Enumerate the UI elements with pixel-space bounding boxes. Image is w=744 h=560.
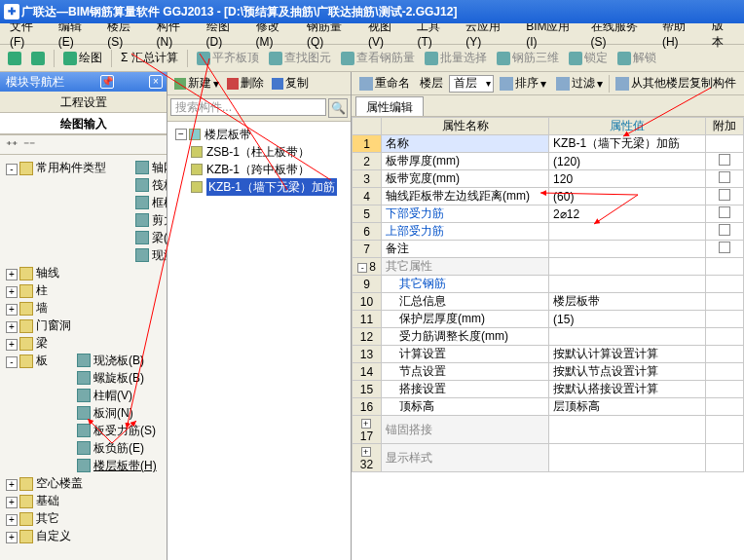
component-item[interactable]: KZB-1（墙下无梁）加筋 (191, 178, 347, 196)
property-row[interactable]: 3板带宽度(mm)120 (353, 170, 744, 188)
tree-leaf[interactable]: 现浇板(B) (63, 352, 165, 369)
expander-icon[interactable]: - (6, 356, 18, 368)
property-row[interactable]: +32显示样式 (353, 444, 744, 472)
tree-leaf[interactable]: 现浇板(B) (122, 246, 167, 264)
expander-icon[interactable]: + (6, 304, 18, 316)
prop-value[interactable]: KZB-1（墙下无梁）加筋 (549, 135, 706, 153)
tree-node[interactable]: +空心楼盖 (6, 474, 165, 492)
prop-add-cell[interactable] (706, 293, 744, 311)
tree-label[interactable]: 空心楼盖 (36, 474, 83, 492)
tree-node[interactable]: +其它 (6, 509, 165, 527)
prop-value[interactable] (549, 444, 706, 472)
group-toggle[interactable]: + (361, 447, 371, 457)
tree-node[interactable]: +柱 (6, 281, 165, 299)
expander-icon[interactable]: + (6, 269, 18, 280)
group-toggle[interactable]: - (357, 263, 367, 273)
property-row[interactable]: 12受力筋调整长度(mm) (353, 328, 744, 346)
tb-find[interactable]: 查找图元 (265, 49, 335, 67)
property-grid[interactable]: 属性名称属性值附加1名称KZB-1（墙下无梁）加筋2板带厚度(mm)(120)3… (352, 117, 744, 560)
expander-icon[interactable]: + (6, 321, 18, 333)
property-row[interactable]: 10汇总信息楼层板带 (353, 293, 744, 311)
property-row[interactable]: 16顶标高层顶标高 (353, 398, 744, 416)
prop-value[interactable]: 2⌀12 (549, 205, 706, 223)
filter-button[interactable]: 过滤▾ (552, 75, 607, 92)
expander-icon[interactable]: + (6, 286, 18, 298)
add-checkbox[interactable] (719, 242, 730, 253)
component-instance-tree[interactable]: −楼层板带ZSB-1（柱上板带）KZB-1（跨中板带）KZB-1（墙下无梁）加筋 (167, 122, 351, 560)
property-row[interactable]: -8其它属性 (353, 258, 744, 276)
tree-leaf[interactable]: 筏板基础(M) (122, 176, 167, 194)
prop-value[interactable] (549, 241, 706, 258)
rename-button[interactable]: 重命名 (355, 75, 414, 92)
copy-from-floor-button[interactable]: 从其他楼层复制构件 (612, 75, 740, 92)
prop-value[interactable]: (120) (549, 153, 706, 170)
property-row[interactable]: 15搭接设置按默认搭接设置计算 (353, 381, 744, 398)
tree-label[interactable]: 板 (36, 352, 48, 369)
tree-label[interactable]: 梁(L) (152, 229, 167, 246)
search-input[interactable] (170, 98, 326, 116)
prop-value[interactable] (549, 276, 706, 293)
component-item[interactable]: KZB-1（跨中板带） (191, 161, 347, 178)
prop-value[interactable]: (15) (549, 311, 706, 328)
new-button[interactable]: 新建▾ (171, 75, 222, 92)
prop-add-cell[interactable] (706, 416, 744, 444)
prop-value[interactable] (549, 223, 706, 241)
add-checkbox[interactable] (719, 189, 730, 201)
tb-draw[interactable]: 绘图 (59, 49, 106, 67)
prop-add-cell[interactable] (706, 311, 744, 328)
tree-leaf[interactable]: 梁(L) (122, 229, 167, 246)
tree-label[interactable]: 筏板基础(M) (152, 176, 167, 194)
tree-node[interactable]: +墙 (6, 299, 165, 317)
expander-icon[interactable]: - (6, 164, 18, 175)
tree-leaf[interactable]: 楼层板带(H) (63, 457, 165, 474)
tree-node[interactable]: -常用构件类型轴网(J)筏板基础(M)框柱(Z)剪力墙(Q)梁(L)现浇板(B) (6, 159, 165, 264)
group-label[interactable]: 楼层板带 (205, 126, 251, 143)
tab-project-settings[interactable]: 工程设置 (0, 92, 167, 113)
property-row[interactable]: +17锚固搭接 (353, 416, 744, 444)
tree-node[interactable]: +基础 (6, 492, 165, 509)
add-checkbox[interactable] (719, 224, 730, 236)
prop-add-cell[interactable] (706, 170, 744, 188)
tab-draw-input[interactable]: 绘图输入 (0, 113, 167, 134)
tree-label[interactable]: 轴线 (36, 264, 59, 281)
tree-leaf[interactable]: 柱帽(V) (63, 387, 165, 404)
item-label[interactable]: KZB-1（跨中板带） (206, 161, 310, 178)
tab-property-edit[interactable]: 属性编辑 (355, 96, 424, 116)
property-row[interactable]: 5下部受力筋2⌀12 (353, 205, 744, 223)
tree-label[interactable]: 基础 (36, 492, 59, 509)
prop-value[interactable]: 楼层板带 (549, 293, 706, 311)
property-row[interactable]: 6上部受力筋 (353, 223, 744, 241)
tb-redo[interactable] (27, 51, 49, 66)
tree-label[interactable]: 常用构件类型 (36, 159, 106, 176)
prop-add-cell[interactable] (706, 398, 744, 416)
add-checkbox[interactable] (719, 171, 730, 183)
tree-leaf[interactable]: 剪力墙(Q) (122, 211, 167, 229)
property-row[interactable]: 9其它钢筋 (353, 276, 744, 293)
tree-label[interactable]: 现浇板(B) (93, 352, 144, 369)
prop-add-cell[interactable] (706, 205, 744, 223)
floor-combo[interactable]: 首层 (449, 75, 494, 93)
tree-leaf[interactable]: 轴网(J) (122, 159, 167, 176)
tree-label[interactable]: 板负筋(E) (93, 439, 144, 457)
tree-leaf[interactable]: 螺旋板(B) (63, 369, 165, 387)
copy-button[interactable]: 复制 (269, 75, 312, 92)
component-type-tree[interactable]: -常用构件类型轴网(J)筏板基础(M)框柱(Z)剪力墙(Q)梁(L)现浇板(B)… (0, 155, 167, 560)
add-checkbox[interactable] (719, 206, 730, 218)
expander-icon[interactable]: − (175, 129, 187, 140)
tree-node[interactable]: +轴线 (6, 264, 165, 281)
tree-leaf[interactable]: 板受力筋(S) (63, 422, 165, 439)
tree-label[interactable]: 轴网(J) (152, 159, 167, 176)
property-row[interactable]: 13计算设置按默认计算设置计算 (353, 346, 744, 363)
component-item[interactable]: ZSB-1（柱上板带） (191, 143, 347, 161)
property-row[interactable]: 14节点设置按默认节点设置计算 (353, 363, 744, 381)
group-toggle[interactable]: + (361, 419, 371, 429)
tb-undo[interactable] (4, 51, 25, 66)
sort-button[interactable]: 排序▾ (496, 75, 550, 92)
pin-icon[interactable]: 📌 (100, 75, 114, 89)
prop-value[interactable] (549, 258, 706, 276)
tb-3d[interactable]: 钢筋三维 (493, 49, 563, 67)
tree-label[interactable]: 自定义 (36, 527, 71, 544)
prop-add-cell[interactable] (706, 381, 744, 398)
tree-label[interactable]: 墙 (36, 299, 48, 317)
tree-label[interactable]: 现浇板(B) (152, 246, 167, 264)
